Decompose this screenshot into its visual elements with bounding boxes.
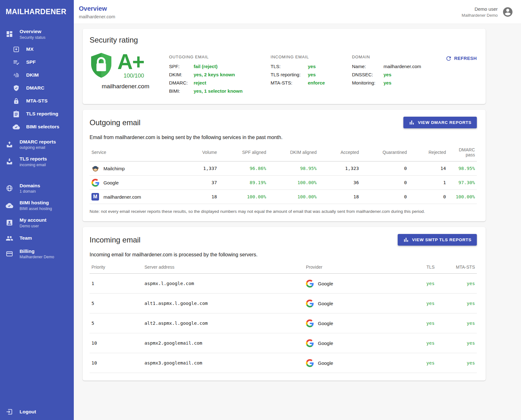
- column-header: Volume: [177, 144, 219, 161]
- cell-mta-sts: yes: [436, 333, 477, 353]
- view-smtp-tls-reports-label: VIEW SMTP TLS REPORTS: [412, 237, 471, 242]
- rating-value: mailhardener.com: [383, 64, 421, 69]
- top-bar: Overview mailhardener.com Demo user Mail…: [74, 0, 521, 24]
- security-grade: A+: [117, 52, 144, 71]
- cell-rejected: 14: [409, 161, 448, 176]
- google-icon: [306, 300, 314, 307]
- sidebar-item-label: DKIM: [26, 72, 39, 78]
- cell-dkim: 100.00%: [268, 190, 319, 204]
- view-dmarc-reports-button[interactable]: VIEW DMARC REPORTS: [403, 117, 477, 128]
- cell-rejected: 1: [409, 176, 448, 190]
- cell-server: alt1.aspmx.l.google.com: [143, 294, 304, 313]
- cell-priority: 5: [90, 313, 143, 333]
- sidebar-item-mta-sts[interactable]: MTA-STS: [0, 95, 74, 108]
- sidebar-item-sublabel: BIMI asset hosting: [20, 207, 52, 211]
- sidebar-item-my-account[interactable]: My account Demo user: [0, 214, 74, 231]
- sidebar-nav: Overview Security status MX SPF: [0, 26, 74, 262]
- bar-chart-icon: [403, 237, 409, 243]
- cell-server: alt2.aspmx.l.google.com: [143, 313, 304, 333]
- sidebar-item-sublabel: outgoing email: [20, 145, 56, 150]
- rating-value: yes: [308, 72, 316, 77]
- cell-priority: 5: [90, 294, 143, 313]
- cell-spf: 89.19%: [219, 176, 268, 190]
- rating-column-domain: DOMAIN Name:mailhardener.com DNSSEC:yes …: [352, 52, 434, 96]
- sidebar-item-label: Team: [20, 235, 32, 241]
- sidebar-item-label: DMARC reports: [20, 139, 56, 145]
- table-row: 1 aspmx.l.google.com Google yes yes: [90, 274, 477, 294]
- provider-name: Google: [318, 301, 333, 306]
- rating-value: yes: [383, 72, 391, 77]
- sidebar-item-label: Domains: [20, 183, 40, 189]
- clipboard-icon: [13, 110, 20, 118]
- mailhardener-icon: M: [91, 193, 99, 201]
- cell-tls: yes: [399, 274, 436, 294]
- column-header: Quarantined: [361, 144, 409, 161]
- avatar-icon[interactable]: [502, 6, 513, 18]
- people-icon: [6, 235, 13, 242]
- sidebar-item-dmarc-reports[interactable]: DMARC reports outgoing email: [0, 136, 74, 153]
- brand-logo: MAILHARDENER: [0, 0, 74, 26]
- logout-label: Logout: [20, 409, 36, 415]
- provider-name: Google: [318, 321, 333, 326]
- sidebar-item-dmarc[interactable]: DMARC: [0, 82, 74, 95]
- rating-heading: INCOMING EMAIL: [271, 55, 352, 59]
- cell-server: aspmx3.googlemail.com: [143, 353, 304, 373]
- cell-mta-sts: yes: [436, 313, 477, 333]
- sidebar-item-spf[interactable]: SPF: [0, 56, 74, 69]
- column-header: Provider: [304, 261, 399, 274]
- sidebar-item-sublabel: Mailhardener Demo: [20, 255, 54, 259]
- sidebar-item-overview[interactable]: Overview Security status: [0, 26, 74, 43]
- cloud-check-icon: [6, 202, 13, 209]
- rating-label: TLS reporting:: [271, 72, 308, 77]
- cell-spf: 96.86%: [219, 161, 268, 176]
- cell-accepted: 18: [319, 190, 361, 204]
- table-row: 5 alt1.aspmx.l.google.com Google yes yes: [90, 294, 477, 313]
- refresh-button[interactable]: REFRESH: [445, 54, 477, 63]
- incoming-table-header-row: Priority Server address Provider TLS MTA…: [90, 261, 477, 274]
- cell-dkim: 100.00%: [268, 176, 319, 190]
- sidebar-item-bimi-hosting[interactable]: BIMI hosting BIMI asset hosting: [0, 197, 74, 214]
- rating-label: Name:: [352, 64, 383, 69]
- rating-label: Monitoring:: [352, 80, 383, 85]
- column-header: DKIM aligned: [268, 144, 319, 161]
- provider-name: Google: [318, 360, 333, 366]
- view-smtp-tls-reports-button[interactable]: VIEW SMTP TLS REPORTS: [398, 234, 477, 246]
- app-window: MAILHARDENER Overview Security status MX: [0, 0, 521, 420]
- outgoing-table: Service Volume SPF aligned DKIM aligned …: [90, 144, 477, 204]
- column-header: DMARC pass: [448, 144, 477, 161]
- sidebar-item-tls-reporting[interactable]: TLS reporting: [0, 108, 74, 120]
- sidebar-item-team[interactable]: Team: [0, 231, 74, 245]
- sidebar-item-label: TLS reports: [20, 156, 47, 162]
- cell-dkim: 98.95%: [268, 161, 319, 176]
- google-icon: [306, 319, 314, 327]
- sidebar-item-mx[interactable]: MX: [0, 43, 74, 56]
- sidebar-item-sublabel: Demo user: [20, 224, 46, 228]
- sidebar-item-tls-reports[interactable]: TLS reports incoming email: [0, 153, 74, 170]
- rating-value: yes, 2 keys known: [194, 72, 235, 77]
- cell-accepted: 1,323: [319, 161, 361, 176]
- mailchimp-icon: [91, 165, 99, 172]
- sidebar-item-billing[interactable]: Billing Mailhardener Demo: [0, 245, 74, 263]
- cell-volume: 18: [177, 190, 219, 204]
- refresh-label: REFRESH: [454, 56, 477, 61]
- rating-label: DKIM:: [169, 72, 194, 77]
- rating-value: fail (reject): [194, 64, 218, 69]
- logout-button[interactable]: Logout: [0, 405, 74, 420]
- table-row: Mmailhardener.com 18 100.00% 100.00% 18 …: [90, 190, 477, 204]
- column-header: Priority: [90, 261, 143, 274]
- security-rating-title: Security rating: [90, 36, 477, 44]
- service-name: mailhardener.com: [103, 194, 141, 200]
- sidebar-item-label: My account: [20, 217, 46, 223]
- sidebar-item-domains[interactable]: Domains 1 domain: [0, 180, 74, 197]
- security-rating-card: Security rating A+ 100: [83, 29, 486, 104]
- shield-check-icon: [13, 85, 20, 92]
- column-header: Server address: [143, 261, 304, 274]
- table-row: 10 aspmx3.googlemail.com Google yes yes: [90, 353, 477, 373]
- sidebar-item-bimi-selectors[interactable]: BIMI selectors: [0, 120, 74, 133]
- column-header: MTA-STS: [436, 261, 477, 274]
- google-icon: [306, 339, 314, 347]
- sidebar-item-dkim[interactable]: DKIM: [0, 69, 74, 82]
- rating-label: DMARC:: [169, 80, 194, 85]
- cell-tls: yes: [399, 333, 436, 353]
- sidebar-item-label: Overview: [20, 29, 45, 35]
